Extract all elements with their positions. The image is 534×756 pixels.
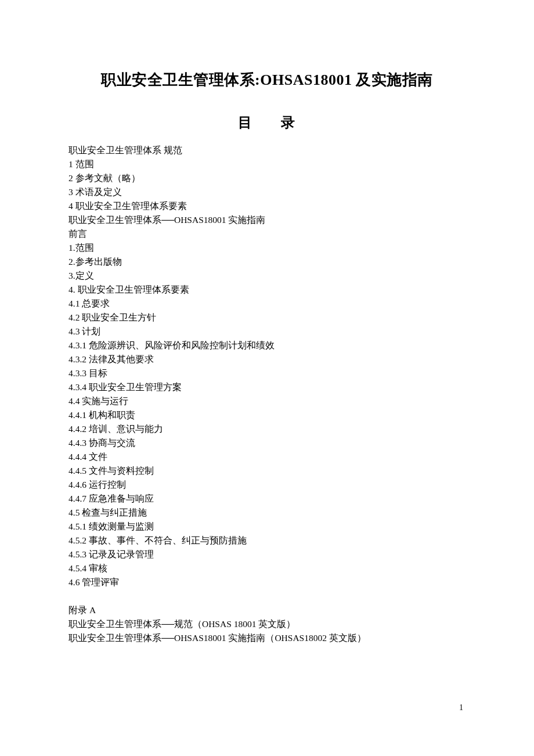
toc-heading: 目录 [68, 113, 466, 132]
toc-item: 3.定义 [68, 269, 466, 283]
page-number: 1 [459, 703, 463, 712]
toc-item: 4.1 总要求 [68, 297, 466, 311]
toc-item: 4.5.4 审核 [68, 561, 466, 575]
toc-heading-right: 录 [281, 115, 296, 130]
toc-list: 职业安全卫生管理体系 规范 1 范围 2 参考文献（略） 3 术语及定义 4 职… [68, 143, 466, 645]
toc-item: 职业安全卫生管理体系 规范 [68, 143, 466, 157]
toc-item: 4.3.1 危险源辨识、风险评价和风险控制计划和绩效 [68, 339, 466, 352]
toc-item: 1 范围 [68, 157, 466, 171]
toc-item: 4.5.2 事故、事件、不符合、纠正与预防措施 [68, 534, 466, 548]
toc-item: 4.4.6 运行控制 [68, 478, 466, 492]
toc-item: 4.3.3 目标 [68, 366, 466, 380]
toc-item: 2.参考出版物 [68, 255, 466, 269]
toc-item: 4.6 管理评审 [68, 575, 466, 589]
toc-item: 4.4.4 文件 [68, 450, 466, 464]
toc-item: 4.3 计划 [68, 325, 466, 339]
toc-item: 4.4.3 协商与交流 [68, 436, 466, 450]
toc-heading-left: 目 [238, 115, 253, 130]
toc-item: 4.5 检查与纠正措施 [68, 506, 466, 520]
toc-item: 4.4.7 应急准备与响应 [68, 492, 466, 506]
appendix-item: 附录 A [68, 603, 466, 617]
toc-item: 前言 [68, 227, 466, 241]
toc-item: 4.4 实施与运行 [68, 394, 466, 408]
toc-item: 4.5.1 绩效测量与监测 [68, 520, 466, 534]
toc-item: 3 术语及定义 [68, 185, 466, 199]
toc-item: 4.4.5 文件与资料控制 [68, 464, 466, 478]
appendix-item: 职业安全卫生管理体系──OHSAS18001 实施指南（OHSAS18002 英… [68, 631, 466, 645]
toc-item: 职业安全卫生管理体系──OHSAS18001 实施指南 [68, 213, 466, 227]
toc-item: 4.3.2 法律及其他要求 [68, 352, 466, 366]
toc-item: 4.2 职业安全卫生方针 [68, 311, 466, 325]
toc-item: 4.3.4 职业安全卫生管理方案 [68, 380, 466, 394]
toc-item: 1.范围 [68, 241, 466, 255]
toc-item: 2 参考文献（略） [68, 171, 466, 185]
blank-line [68, 589, 466, 603]
toc-item: 4.4.1 机构和职责 [68, 408, 466, 422]
document-page: 职业安全卫生管理体系:OHSAS18001 及实施指南 目录 职业安全卫生管理体… [0, 0, 534, 680]
toc-item: 4 职业安全卫生管理体系要素 [68, 199, 466, 213]
toc-item: 4.4.2 培训、意识与能力 [68, 422, 466, 436]
appendix-item: 职业安全卫生管理体系──规范（OHSAS 18001 英文版） [68, 617, 466, 631]
toc-item: 4.5.3 记录及记录管理 [68, 548, 466, 561]
document-title: 职业安全卫生管理体系:OHSAS18001 及实施指南 [68, 70, 466, 90]
toc-item: 4. 职业安全卫生管理体系要素 [68, 283, 466, 297]
